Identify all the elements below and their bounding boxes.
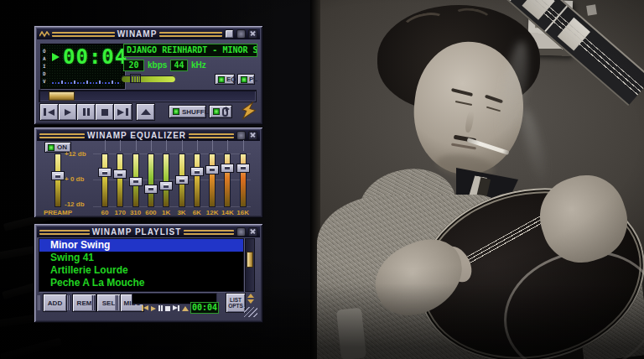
play-icon xyxy=(65,109,71,116)
clutterbar[interactable]: O A I D V xyxy=(43,48,46,84)
add-button[interactable]: ADD xyxy=(43,294,67,312)
shuffle-button[interactable]: SHUFFLE xyxy=(169,105,206,118)
time-display[interactable]: 00:04 xyxy=(63,45,127,69)
close-icon[interactable] xyxy=(248,29,257,39)
screen: WINAMP O A I D V 00:04 DJANGO REINHARDT … xyxy=(0,0,644,359)
seek-bar[interactable] xyxy=(39,90,257,102)
preamp-slider[interactable] xyxy=(51,153,65,207)
volume-slider-thumb[interactable] xyxy=(130,74,141,83)
volume-slider[interactable] xyxy=(122,75,175,82)
playlist-titlebar[interactable]: WINAMP PLAYLIST xyxy=(37,226,260,237)
seek-bar-thumb[interactable] xyxy=(49,91,75,101)
eq-scale-zero: + 0 db xyxy=(65,175,93,183)
stop-button[interactable] xyxy=(95,103,114,121)
eq-band-slider-6K[interactable] xyxy=(190,153,204,207)
eq-band-slider-60[interactable] xyxy=(98,153,112,207)
pause-icon xyxy=(87,108,90,116)
eq-band-thumb[interactable] xyxy=(190,167,204,176)
eq-band-thumb[interactable] xyxy=(113,169,127,179)
eq-band-thumb[interactable] xyxy=(129,177,143,186)
mini-play-button[interactable] xyxy=(151,306,156,311)
eq-band-thumb[interactable] xyxy=(236,164,250,173)
list-options-button[interactable]: LIST OPTS xyxy=(226,293,246,313)
eq-close-icon[interactable] xyxy=(248,131,257,140)
eject-button[interactable] xyxy=(136,103,155,121)
visualizer[interactable] xyxy=(52,76,119,84)
mini-next-button[interactable] xyxy=(173,305,179,311)
mini-pause-button[interactable] xyxy=(158,305,163,311)
playlist-item[interactable]: Swing 41 xyxy=(39,252,243,264)
mini-stop-button[interactable] xyxy=(165,306,170,311)
clutter-a[interactable]: A xyxy=(43,55,46,61)
playlist-scroll-arrows xyxy=(247,294,254,304)
eq-band-thumb[interactable] xyxy=(221,164,234,173)
eq-band-slider-12K[interactable] xyxy=(205,153,219,207)
eject-icon xyxy=(141,109,151,115)
clutter-v[interactable]: V xyxy=(43,78,46,84)
eq-shade-button[interactable] xyxy=(236,131,246,140)
photo-paper-scrap xyxy=(586,4,597,16)
mini-previous-button[interactable] xyxy=(142,305,148,311)
eq-led xyxy=(218,76,225,83)
play-state-icon xyxy=(52,53,60,61)
eq-band-label: 16K xyxy=(233,209,253,216)
equalizer-window: WINAMP EQUALIZER ON +12 db + 0 db -12 db… xyxy=(34,127,263,218)
playlist-close-icon[interactable] xyxy=(248,227,257,237)
minimize-button[interactable] xyxy=(225,29,234,39)
playlist-item[interactable]: Minor Swing xyxy=(39,239,243,252)
pl-led xyxy=(241,76,247,83)
eq-band-slider-1K[interactable] xyxy=(159,153,173,207)
preamp-slider-thumb[interactable] xyxy=(51,171,65,180)
clutter-i[interactable]: I xyxy=(43,63,46,69)
eq-titlebar[interactable]: WINAMP EQUALIZER xyxy=(37,130,260,141)
eq-band-thumb[interactable] xyxy=(159,181,173,190)
eq-band-slider-600[interactable] xyxy=(144,153,158,207)
scroll-up-icon[interactable] xyxy=(247,294,254,298)
eq-scale-minus12: -12 db xyxy=(65,200,93,208)
samplerate-display: 44 xyxy=(170,60,188,71)
winamp-mini-logo-icon xyxy=(39,31,49,38)
resize-grip[interactable] xyxy=(244,307,257,317)
playlist-scrollbar[interactable] xyxy=(245,238,255,292)
clutter-o[interactable]: O xyxy=(43,48,46,54)
playlist-item[interactable]: Peche A La Mouche xyxy=(39,277,243,289)
lcd-display[interactable]: O A I D V 00:04 xyxy=(40,44,125,89)
playlist-item[interactable]: Artillerie Lourde xyxy=(39,264,243,277)
track-title-marquee[interactable]: DJANGO REINHARDT - MINOR SWING xyxy=(123,44,257,57)
shade-button[interactable] xyxy=(236,29,246,39)
playlist-window: WINAMP PLAYLIST Minor Swing Swing 41 Art… xyxy=(34,223,263,323)
previous-button[interactable] xyxy=(39,103,59,121)
repeat-button[interactable] xyxy=(209,105,232,118)
bitrate-unit-label: kbps xyxy=(148,60,167,70)
eq-band-thumb[interactable] xyxy=(175,175,189,185)
preamp-label: PREAMP xyxy=(41,209,75,216)
mini-eject-button[interactable] xyxy=(182,306,189,311)
playlist-mini-transport xyxy=(142,305,189,311)
playlist-scrollbar-handle[interactable] xyxy=(247,252,253,268)
eq-on-led xyxy=(48,144,55,151)
samplerate-unit-label: kHz xyxy=(191,60,206,70)
winamp-main-window: WINAMP O A I D V 00:04 DJANGO REINHARDT … xyxy=(34,25,263,125)
next-button[interactable] xyxy=(113,103,132,121)
clutter-d[interactable]: D xyxy=(43,70,46,76)
eq-band-thumb[interactable] xyxy=(205,165,219,174)
next-icon xyxy=(117,109,124,116)
repeat-icon xyxy=(222,107,228,117)
eq-band-slider-14K[interactable] xyxy=(221,153,234,207)
scroll-down-icon[interactable] xyxy=(247,299,254,304)
main-titlebar[interactable]: WINAMP xyxy=(37,29,260,39)
playlist-shade-button[interactable] xyxy=(236,227,246,237)
eq-band-thumb[interactable] xyxy=(144,185,158,194)
eq-toggle-button[interactable]: EQ xyxy=(215,74,235,85)
eq-band-slider-16K[interactable] xyxy=(236,153,250,207)
bitrate-display: 20 xyxy=(123,60,144,71)
eq-band-slider-3K[interactable] xyxy=(175,153,189,207)
pause-button[interactable] xyxy=(76,103,96,121)
playlist-toggle-button[interactable]: PL xyxy=(237,74,255,85)
winamp-logo-icon xyxy=(240,101,257,120)
eq-band-slider-170[interactable] xyxy=(113,153,127,207)
play-button[interactable] xyxy=(58,103,77,121)
stop-icon xyxy=(101,109,108,116)
eq-band-slider-310[interactable] xyxy=(129,153,143,207)
eq-band-thumb[interactable] xyxy=(98,168,112,177)
